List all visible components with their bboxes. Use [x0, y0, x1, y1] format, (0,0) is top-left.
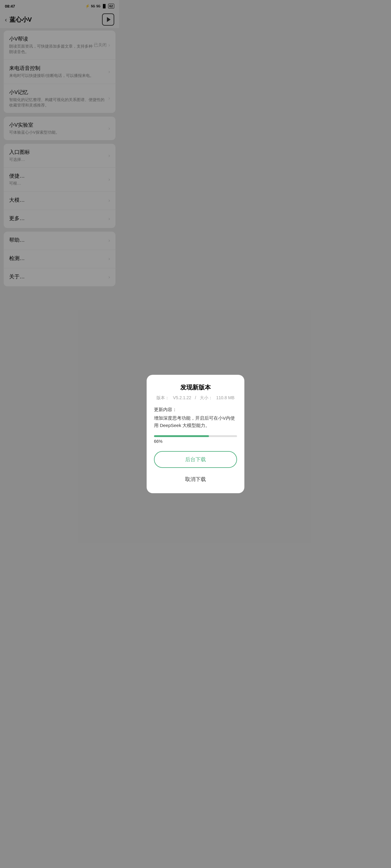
overlay: 发现新版本 版本： V5.2.1.22 / 大小： 110.8 MB 更新内容：… — [0, 0, 119, 292]
